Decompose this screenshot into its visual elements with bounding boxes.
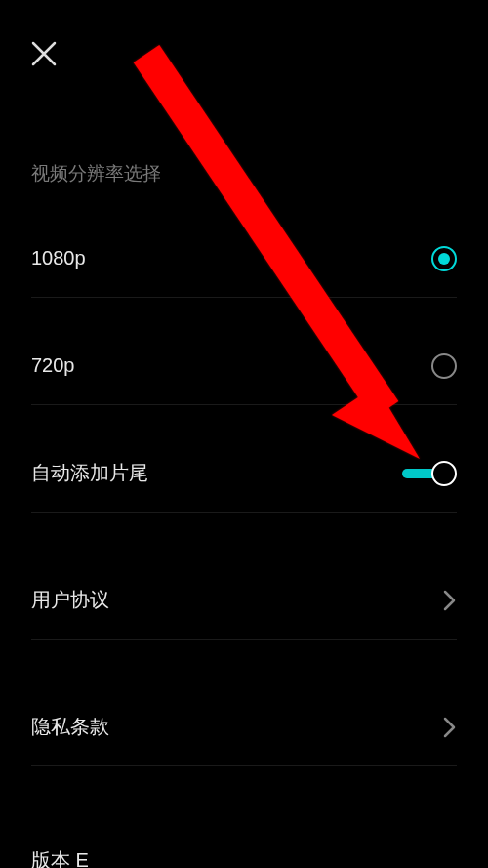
section-title: 视频分辨率选择 [31, 161, 161, 186]
row-label: 用户协议 [31, 587, 109, 613]
radio-unselected-icon [431, 353, 457, 379]
row-label: 隐私条款 [31, 714, 109, 740]
user-agreement-row[interactable]: 用户协议 [31, 561, 457, 640]
auto-outro-toggle[interactable] [402, 460, 457, 487]
toggle-thumb [431, 461, 457, 486]
chevron-right-icon [443, 589, 457, 612]
close-button[interactable] [29, 39, 59, 68]
resolution-option-720p[interactable]: 720p [31, 327, 457, 405]
radio-selected-icon [431, 246, 457, 271]
chevron-right-icon [443, 716, 457, 739]
option-label: 720p [31, 354, 75, 377]
privacy-row[interactable]: 隐私条款 [31, 688, 457, 766]
close-icon [29, 55, 59, 71]
version-label: 版本 E [31, 847, 89, 868]
row-label: 自动添加片尾 [31, 460, 148, 486]
option-label: 1080p [31, 247, 86, 269]
resolution-option-1080p[interactable]: 1080p [31, 220, 457, 298]
auto-outro-row: 自动添加片尾 [31, 434, 457, 513]
